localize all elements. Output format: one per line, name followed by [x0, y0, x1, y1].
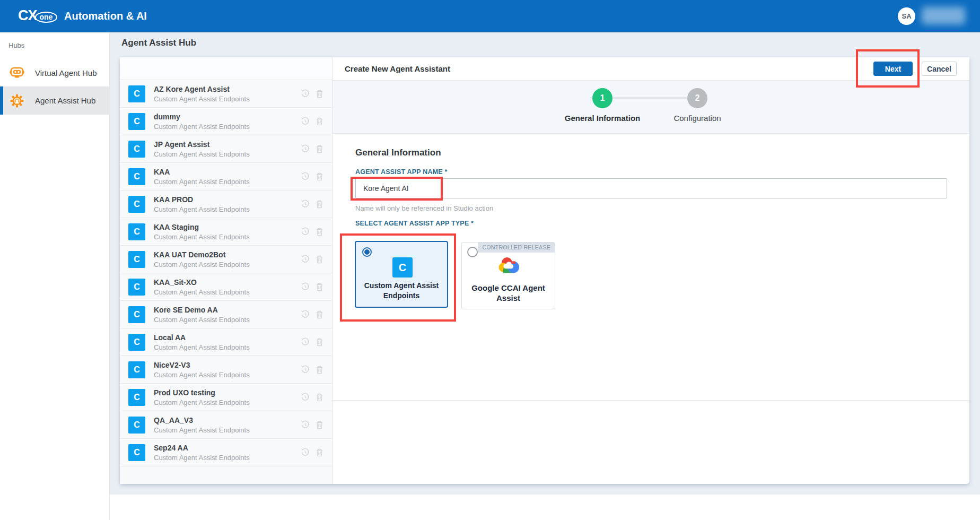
sidebar-item-label: Agent Assist Hub	[35, 96, 95, 105]
custom-endpoint-icon: C	[128, 113, 145, 130]
delete-icon[interactable]	[316, 448, 323, 457]
wizard-stepper: 1 2 General Information Configuration	[332, 81, 969, 134]
custom-endpoint-icon: C	[128, 361, 145, 378]
history-icon[interactable]	[301, 393, 310, 402]
custom-endpoint-icon: C	[128, 279, 145, 296]
history-icon[interactable]	[301, 200, 310, 209]
history-icon[interactable]	[301, 227, 310, 236]
delete-icon[interactable]	[316, 89, 323, 98]
list-item[interactable]: C Prod UXO testing Custom Agent Assist E…	[120, 384, 332, 411]
assistant-name: Kore SE Demo AA	[154, 306, 218, 314]
custom-endpoint-icon: C	[128, 168, 145, 185]
history-icon[interactable]	[301, 420, 310, 429]
assistant-name: Local AA	[154, 333, 186, 342]
section-heading: General Information	[355, 148, 441, 158]
cancel-button[interactable]: Cancel	[922, 62, 957, 76]
list-item[interactable]: C NiceV2-V3 Custom Agent Assist Endpoint…	[120, 356, 332, 384]
avatar[interactable]: SA	[898, 7, 915, 25]
custom-endpoint-icon: C	[128, 444, 145, 461]
sidebar-item-virtual-agent-hub[interactable]: Virtual Agent Hub	[0, 60, 110, 85]
history-icon[interactable]	[301, 255, 310, 264]
sidebar-item-agent-assist-hub[interactable]: Agent Assist Hub	[0, 86, 110, 115]
type-card-label: Custom Agent Assist Endpoints	[356, 281, 447, 301]
custom-endpoint-icon: C	[128, 196, 145, 213]
radio-unselected[interactable]	[467, 247, 478, 257]
history-icon[interactable]	[301, 282, 310, 291]
list-item[interactable]: C AZ Kore Agent Assist Custom Agent Assi…	[120, 80, 332, 108]
delete-icon[interactable]	[316, 255, 323, 264]
assistant-name: KAA	[154, 168, 170, 176]
custom-endpoint-icon: C	[128, 223, 145, 240]
top-bar: CX one Automation & AI SA	[0, 0, 980, 32]
app-name-label: AGENT ASSIST APP NAME *	[355, 168, 448, 176]
history-icon[interactable]	[301, 337, 310, 346]
page-title: Agent Assist Hub	[121, 38, 196, 48]
custom-endpoint-icon: C	[128, 85, 145, 102]
assistant-type: Custom Agent Assist Endpoints	[154, 150, 250, 158]
app-type-label: SELECT AGENT ASSIST APP TYPE *	[355, 220, 474, 227]
list-item[interactable]: C KAA UAT Demo2Bot Custom Agent Assist E…	[120, 246, 332, 273]
delete-icon[interactable]	[316, 117, 323, 126]
app-title: Automation & AI	[64, 0, 147, 32]
custom-endpoint-icon: C	[128, 417, 145, 434]
type-card-label: Google CCAI Agent Assist	[462, 283, 555, 303]
assistant-type: Custom Agent Assist Endpoints	[154, 398, 250, 406]
assistant-name: AZ Kore Agent Assist	[154, 85, 230, 93]
delete-icon[interactable]	[316, 337, 323, 346]
list-item[interactable]: C KAA Custom Agent Assist Endpoints	[120, 163, 332, 190]
list-item[interactable]: C Kore SE Demo AA Custom Agent Assist En…	[120, 301, 332, 328]
history-icon[interactable]	[301, 117, 310, 126]
delete-icon[interactable]	[316, 282, 323, 291]
radio-selected[interactable]	[362, 247, 372, 257]
assistant-type: Custom Agent Assist Endpoints	[154, 288, 250, 296]
list-header	[120, 57, 332, 80]
delete-icon[interactable]	[316, 310, 323, 319]
next-button[interactable]: Next	[873, 62, 913, 76]
type-card-google-ccai[interactable]: CONTROLLED RELEASE Goo	[461, 242, 555, 309]
logo-one-cloud: one	[35, 12, 58, 23]
assistant-name: dummy	[154, 112, 180, 121]
history-icon[interactable]	[301, 172, 310, 181]
delete-icon[interactable]	[316, 420, 323, 429]
history-icon[interactable]	[301, 144, 310, 153]
custom-endpoint-icon: C	[128, 334, 145, 351]
sidebar: Hubs Virtual Agent Hub	[0, 32, 110, 520]
list-item[interactable]: C KAA PROD Custom Agent Assist Endpoints	[120, 190, 332, 218]
logo-cx-text: CX	[18, 7, 37, 24]
cxone-logo: CX one	[18, 7, 57, 24]
list-item[interactable]: C Local AA Custom Agent Assist Endpoints	[120, 328, 332, 356]
delete-icon[interactable]	[316, 365, 323, 374]
list-item[interactable]: C KAA Staging Custom Agent Assist Endpoi…	[120, 218, 332, 246]
delete-icon[interactable]	[316, 227, 323, 236]
step-2-circle: 2	[687, 88, 707, 108]
assistant-name: Prod UXO testing	[154, 388, 215, 397]
custom-endpoint-icon: C	[128, 141, 145, 158]
list-item[interactable]: C Sep24 AA Custom Agent Assist Endpoints	[120, 439, 332, 466]
delete-icon[interactable]	[316, 144, 323, 153]
list-item[interactable]: C KAA_Sit-XO Custom Agent Assist Endpoin…	[120, 273, 332, 301]
sidebar-item-label: Virtual Agent Hub	[35, 68, 97, 77]
delete-icon[interactable]	[316, 172, 323, 181]
history-icon[interactable]	[301, 365, 310, 374]
history-icon[interactable]	[301, 310, 310, 319]
panel-header: Create New Agent Assistant Next Cancel	[332, 57, 969, 81]
list-item[interactable]: C JP Agent Assist Custom Agent Assist En…	[120, 135, 332, 163]
step-2-label: Configuration	[639, 114, 756, 123]
gear-headset-icon	[10, 94, 24, 108]
history-icon[interactable]	[301, 448, 310, 457]
assistant-type: Custom Agent Assist Endpoints	[154, 123, 250, 131]
assistant-type: Custom Agent Assist Endpoints	[154, 205, 250, 213]
history-icon[interactable]	[301, 89, 310, 98]
google-cloud-icon	[498, 256, 520, 276]
assistant-name: Sep24 AA	[154, 444, 188, 452]
delete-icon[interactable]	[316, 200, 323, 209]
list-item[interactable]: C QA_AA_V3 Custom Agent Assist Endpoints	[120, 411, 332, 439]
list-item[interactable]: C dummy Custom Agent Assist Endpoints	[120, 108, 332, 135]
controlled-release-badge: CONTROLLED RELEASE	[478, 242, 555, 253]
type-card-custom-endpoints[interactable]: C Custom Agent Assist Endpoints	[355, 241, 448, 308]
delete-icon[interactable]	[316, 393, 323, 402]
assistant-type: Custom Agent Assist Endpoints	[154, 178, 250, 186]
app-name-input[interactable]	[355, 178, 947, 198]
app-name-helper-text: Name will only be referenced in Studio a…	[355, 204, 493, 212]
sidebar-section-label: Hubs	[8, 41, 24, 49]
